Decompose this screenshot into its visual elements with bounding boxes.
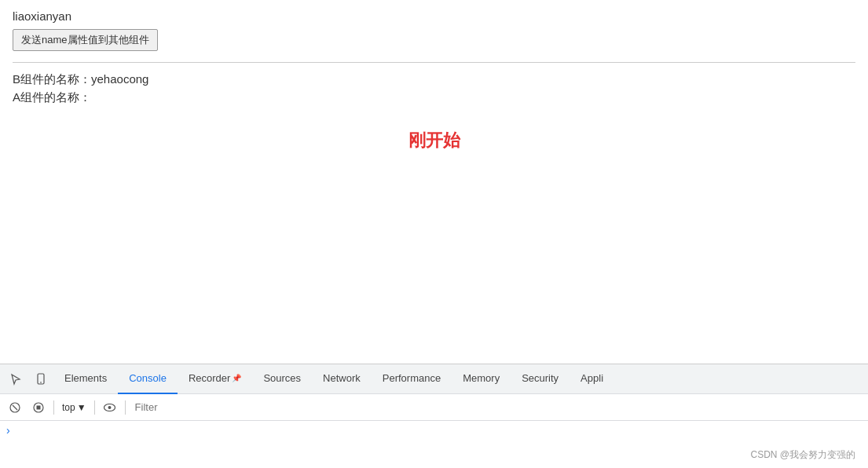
devtools-tabbar: Elements Console Recorder 📌 Sources Netw… bbox=[0, 364, 868, 394]
divider bbox=[13, 62, 855, 63]
tab-recorder[interactable]: Recorder 📌 bbox=[178, 364, 252, 394]
context-selector[interactable]: top ▼ bbox=[59, 400, 90, 415]
tab-network[interactable]: Network bbox=[312, 364, 372, 394]
stop-icon[interactable] bbox=[28, 397, 49, 418]
toolbar-separator-1 bbox=[53, 400, 54, 415]
svg-rect-5 bbox=[37, 405, 41, 409]
component-name-display: liaoxianyan bbox=[13, 9, 855, 23]
centered-status-text: 刚开始 bbox=[13, 129, 855, 152]
a-component-label: A组件的名称： bbox=[13, 90, 855, 105]
tab-performance[interactable]: Performance bbox=[372, 364, 452, 394]
svg-line-3 bbox=[13, 405, 17, 410]
tab-console[interactable]: Console bbox=[118, 364, 178, 394]
eye-icon[interactable] bbox=[100, 397, 120, 418]
b-component-label: B组件的名称：yehaocong bbox=[13, 72, 855, 87]
tab-sources[interactable]: Sources bbox=[252, 364, 312, 394]
console-output: › bbox=[0, 421, 868, 468]
main-content: liaoxianyan 发送name属性值到其他组件 B组件的名称：yehaoc… bbox=[0, 0, 868, 283]
tab-memory[interactable]: Memory bbox=[452, 364, 511, 394]
devtools-panel: Elements Console Recorder 📌 Sources Netw… bbox=[0, 364, 868, 468]
chevron-right-icon: › bbox=[6, 424, 10, 437]
svg-point-7 bbox=[108, 406, 112, 409]
recorder-pin-icon: 📌 bbox=[232, 374, 241, 382]
tab-security[interactable]: Security bbox=[511, 364, 570, 394]
console-toolbar: top ▼ bbox=[0, 394, 868, 421]
toolbar-separator-2 bbox=[94, 400, 95, 415]
filter-input[interactable] bbox=[130, 401, 863, 413]
toolbar-separator-3 bbox=[125, 400, 126, 415]
chevron-down-icon: ▼ bbox=[77, 402, 86, 413]
tab-appli[interactable]: Appli bbox=[570, 364, 614, 394]
clear-console-button[interactable] bbox=[5, 397, 25, 418]
device-toolbar-icon[interactable] bbox=[28, 367, 53, 392]
watermark-text: CSDN @我会努力变强的 bbox=[750, 448, 855, 462]
tab-elements[interactable]: Elements bbox=[53, 364, 118, 394]
console-prompt: › bbox=[6, 424, 862, 437]
send-name-button[interactable]: 发送name属性值到其他组件 bbox=[13, 29, 158, 51]
inspect-element-icon[interactable] bbox=[3, 367, 28, 392]
